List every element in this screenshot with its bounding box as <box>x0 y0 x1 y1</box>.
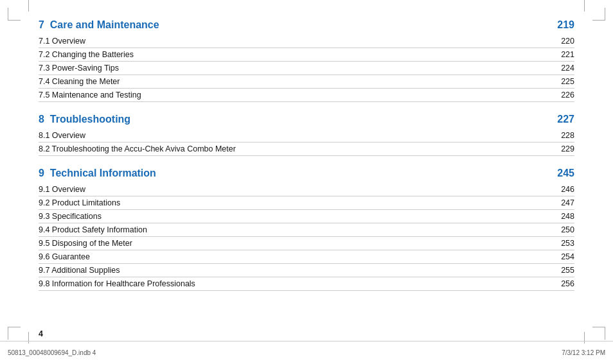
toc-label-95: 9.5 Disposing of the Meter <box>39 239 132 248</box>
toc-row-95: 9.5 Disposing of the Meter 253 <box>39 237 574 250</box>
toc-page-72: 221 <box>555 50 574 59</box>
toc-label-81: 8.1 Overview <box>39 131 85 140</box>
toc-page-81: 228 <box>555 131 574 140</box>
toc-row-91: 9.1 Overview 246 <box>39 183 574 196</box>
section-8: 8 Troubleshooting 227 8.1 Overview 228 8… <box>39 114 574 156</box>
toc-page-71: 220 <box>555 37 574 46</box>
toc-label-74: 7.4 Cleaning the Meter <box>39 77 120 86</box>
toc-row-81: 8.1 Overview 228 <box>39 129 574 143</box>
toc-row-75: 7.5 Maintenance and Testing 226 <box>39 89 574 102</box>
section-7-header: 7 Care and Maintenance 219 <box>39 19 574 32</box>
page: 7 Care and Maintenance 219 7.1 Overview … <box>0 0 613 364</box>
toc-row-73: 7.3 Power-Saving Tips 224 <box>39 62 574 75</box>
section-8-header: 8 Troubleshooting 227 <box>39 114 574 126</box>
toc-label-96: 9.6 Guarantee <box>39 252 90 261</box>
toc-page-94: 250 <box>555 225 574 234</box>
toc-label-82: 8.2 Troubleshooting the Accu-Chek Aviva … <box>39 144 236 153</box>
toc-page-98: 256 <box>555 279 574 288</box>
toc-page-93: 248 <box>555 212 574 221</box>
toc-page-82: 229 <box>555 144 574 153</box>
section-9: 9 Technical Information 245 9.1 Overview… <box>39 168 574 291</box>
toc-label-71: 7.1 Overview <box>39 37 85 46</box>
toc-page-73: 224 <box>555 64 574 73</box>
toc-page-92: 247 <box>555 198 574 207</box>
toc-label-75: 7.5 Maintenance and Testing <box>39 91 141 100</box>
section-7: 7 Care and Maintenance 219 7.1 Overview … <box>39 19 574 102</box>
section-7-items: 7.1 Overview 220 7.2 Changing the Batter… <box>39 35 574 102</box>
toc-label-91: 9.1 Overview <box>39 185 85 194</box>
toc-row-97: 9.7 Additional Supplies 255 <box>39 264 574 277</box>
toc-page-97: 255 <box>555 266 574 275</box>
toc-page-95: 253 <box>555 239 574 248</box>
section-8-page: 227 <box>557 114 574 125</box>
page-number: 4 <box>39 329 43 338</box>
side-mark-top-left <box>28 0 29 12</box>
corner-mark-bl <box>8 327 21 340</box>
section-7-title: 7 Care and Maintenance <box>39 19 159 31</box>
toc-label-97: 9.7 Additional Supplies <box>39 266 120 275</box>
footer-left: 50813_00048009694_D.indb 4 <box>8 349 96 356</box>
toc-label-73: 7.3 Power-Saving Tips <box>39 64 119 73</box>
toc-label-98: 9.8 Information for Healthcare Professio… <box>39 279 195 288</box>
toc-row-92: 9.2 Product Limitations 247 <box>39 196 574 210</box>
section-9-title: 9 Technical Information <box>39 168 156 179</box>
toc-page-75: 226 <box>555 91 574 100</box>
corner-mark-tl <box>8 8 21 21</box>
corner-mark-tr <box>592 8 605 21</box>
toc-row-82: 8.2 Troubleshooting the Accu-Chek Aviva … <box>39 143 574 156</box>
toc-page-74: 225 <box>555 77 574 86</box>
toc-row-94: 9.4 Product Safety Information 250 <box>39 223 574 237</box>
section-9-header: 9 Technical Information 245 <box>39 168 574 180</box>
content-area: 7 Care and Maintenance 219 7.1 Overview … <box>39 19 574 332</box>
toc-row-72: 7.2 Changing the Batteries 221 <box>39 48 574 62</box>
section-9-items: 9.1 Overview 246 9.2 Product Limitations… <box>39 183 574 291</box>
toc-row-71: 7.1 Overview 220 <box>39 35 574 48</box>
section-8-title: 8 Troubleshooting <box>39 114 130 125</box>
toc-row-96: 9.6 Guarantee 254 <box>39 250 574 264</box>
footer-right: 7/3/12 3:12 PM <box>562 349 605 356</box>
toc-row-98: 9.8 Information for Healthcare Professio… <box>39 277 574 291</box>
toc-label-93: 9.3 Specifications <box>39 212 102 221</box>
toc-page-91: 246 <box>555 185 574 194</box>
side-mark-top-right <box>584 0 585 12</box>
section-9-page: 245 <box>557 168 574 179</box>
section-7-page: 219 <box>557 19 574 31</box>
toc-row-93: 9.3 Specifications 248 <box>39 210 574 223</box>
toc-label-94: 9.4 Product Safety Information <box>39 225 147 234</box>
corner-mark-br <box>592 327 605 340</box>
toc-label-92: 9.2 Product Limitations <box>39 198 120 207</box>
toc-row-74: 7.4 Cleaning the Meter 225 <box>39 75 574 89</box>
toc-label-72: 7.2 Changing the Batteries <box>39 50 134 59</box>
toc-page-96: 254 <box>555 252 574 261</box>
section-8-items: 8.1 Overview 228 8.2 Troubleshooting the… <box>39 129 574 156</box>
footer: 50813_00048009694_D.indb 4 7/3/12 3:12 P… <box>0 341 613 364</box>
